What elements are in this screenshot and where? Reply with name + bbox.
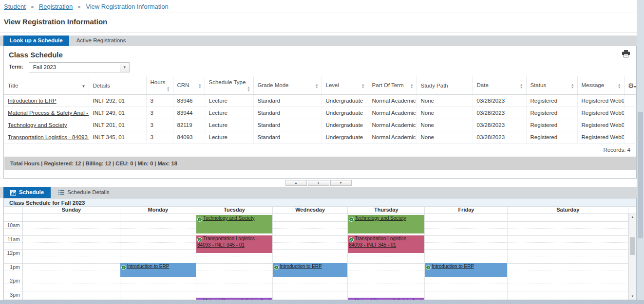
column-header-hours[interactable]: Hours▲▼ [146, 76, 173, 95]
calendar-event[interactable]: ✓Material Process & Safety Anal - 83944 … [196, 298, 272, 300]
cell-title: Transportation Logistics - 84093 - INLT … [4, 131, 89, 143]
time-gutter: 10am11am12pm1pm2pm3pm [4, 214, 23, 300]
calendar-day-header: SundayMondayTuesdayWednesdayThursdayFrid… [4, 207, 636, 214]
tab-schedule[interactable]: Schedule [3, 187, 51, 198]
calendar-vertical-scrollbar[interactable]: ▲▼ [628, 214, 636, 300]
column-header-message[interactable]: Message▲▼ [577, 76, 624, 95]
chevron-down-icon[interactable]: ▼ [120, 63, 129, 72]
scroll-up-icon[interactable]: ▲ [629, 214, 636, 220]
tab-look-up-a-schedule[interactable]: Look up a Schedule [3, 36, 69, 46]
calendar-event-link[interactable]: Transportation Logistics - 84093 - INLT … [349, 236, 409, 248]
column-header-level[interactable]: Level▲▼ [322, 76, 368, 95]
breadcrumb-registration[interactable]: Registration [39, 3, 73, 10]
sort-both-icon[interactable]: ▲▼ [167, 86, 170, 91]
sort-both-icon[interactable]: ▲▼ [361, 83, 364, 89]
calendar-event-link[interactable]: Transportation Logistics - 84093 - INLT … [197, 236, 258, 248]
main-content: StudentRegistrationView Registration Inf… [0, 0, 637, 300]
breadcrumb-student[interactable]: Student [4, 3, 26, 10]
sort-both-icon[interactable]: ▲▼ [198, 83, 201, 89]
cell-schedule_type: Lecture [205, 107, 253, 119]
class-schedule-panel: Class Schedule Term: Fall 2023 ▼ Title▼D… [3, 46, 637, 179]
cell-grade_mode: Standard [253, 119, 322, 131]
registered-check-icon: ✓ [349, 217, 354, 222]
sort-both-icon[interactable]: ▲▼ [618, 83, 621, 89]
cell-hours: 3 [146, 107, 173, 119]
column-header-status[interactable]: Status▲▼ [526, 76, 577, 95]
calendar-event[interactable]: ✓Transportation Logistics - 84093 - INLT… [348, 235, 424, 253]
term-label: Term: [9, 64, 23, 70]
table-header-row: Title▼DetailsHours▲▼CRN▲▼Schedule Type▲▼… [4, 76, 640, 95]
sort-both-icon[interactable]: ▲▼ [571, 83, 574, 89]
calendar-event-link[interactable]: Material Process & Safety Anal - 83944 -… [349, 298, 421, 300]
cell-details: INLT 345, 01 [89, 131, 146, 143]
registered-check-icon: ✓ [197, 237, 202, 242]
page-vertical-scrollbar[interactable] [637, 0, 644, 300]
course-title-link[interactable]: Introduction to ERP [8, 98, 57, 104]
calendar-event[interactable]: ✓Introduction to ERP [273, 263, 347, 277]
collapse-up-icon[interactable]: ▲ [285, 180, 307, 186]
cell-schedule_type: Lecture [205, 131, 253, 143]
cell-crn: 84093 [173, 131, 205, 143]
calendar-event[interactable]: ✓Technology and Society [196, 215, 272, 233]
page-title: View Registration Information [0, 13, 637, 33]
cell-status: Registered [526, 131, 577, 143]
column-header-title[interactable]: Title▼ [4, 76, 89, 95]
page-horizontal-scrollbar[interactable] [0, 300, 644, 304]
cell-schedule_type: Lecture [205, 95, 253, 107]
day-header-thursday: Thursday [348, 207, 425, 214]
cell-part_of_term: Normal Academic T... [368, 119, 417, 131]
collapse-down-icon[interactable]: ▼ [330, 180, 352, 186]
calendar-event[interactable]: ✓Technology and Society [348, 215, 424, 233]
calendar-event-link[interactable]: Introduction to ERP [432, 264, 474, 269]
page-vertical-scrollbar-thumb[interactable] [638, 112, 643, 238]
tab-schedule-details[interactable]: Schedule Details [51, 187, 117, 198]
day-column-tuesday: ✓Technology and Society✓Transportation L… [196, 214, 273, 300]
sort-both-icon[interactable]: ▲▼ [315, 83, 318, 89]
column-header-part_of_term[interactable]: Part Of Term▲▼ [368, 76, 417, 95]
calendar-scrollbar-thumb[interactable] [630, 237, 635, 255]
calendar-event[interactable]: ✓Material Process & Safety Anal - 83944 … [348, 298, 424, 300]
term-select[interactable]: Fall 2023 ▼ [29, 62, 130, 72]
course-title-link[interactable]: Material Process & Safety Anal - 83944 -… [8, 110, 89, 116]
sort-both-icon[interactable]: ▲▼ [410, 83, 413, 89]
cell-level: Undergraduate [322, 95, 368, 107]
print-button[interactable] [622, 50, 630, 59]
calendar-event[interactable]: ✓Introduction to ERP [425, 263, 507, 277]
calendar-event-link[interactable]: Material Process & Safety Anal - 83944 -… [197, 298, 270, 300]
column-header-study_path: Study Path [417, 76, 473, 95]
panel-splitter[interactable]: ▲ ● ▼ [0, 179, 637, 187]
cell-title: Material Process & Safety Anal - 83944 -… [4, 107, 89, 119]
sort-both-icon[interactable]: ▲▼ [247, 86, 250, 91]
cell-part_of_term: Normal Academic T... [368, 107, 417, 119]
cell-grade_mode: Standard [253, 95, 322, 107]
drag-dot-icon[interactable]: ● [308, 180, 329, 186]
registered-check-icon: ✓ [274, 265, 279, 270]
calendar-event[interactable]: ✓Introduction to ERP [120, 263, 196, 277]
sort-desc-icon[interactable]: ▼ [82, 84, 86, 89]
calendar-event[interactable]: ✓Transportation Logistics - 84093 - INLT… [196, 235, 272, 253]
cell-grade_mode: Standard [253, 131, 322, 143]
calendar-event-link[interactable]: Introduction to ERP [280, 264, 322, 269]
sort-both-icon[interactable]: ▲▼ [520, 83, 523, 89]
calendar-event-link[interactable]: Introduction to ERP [127, 264, 170, 269]
scroll-down-icon[interactable]: ▼ [629, 293, 636, 300]
column-header-grade_mode[interactable]: Grade Mode▲▼ [253, 76, 322, 95]
registered-check-icon: ✓ [349, 237, 354, 242]
tab-active-registrations[interactable]: Active Registrations [69, 36, 133, 46]
calendar-event-link[interactable]: Technology and Society [355, 215, 406, 221]
cell-message: Registered Web03/... [577, 119, 624, 131]
course-title-link[interactable]: Technology and Society [8, 122, 67, 128]
cell-study_path: None [417, 107, 473, 119]
column-header-schedule_type[interactable]: Schedule Type▲▼ [205, 76, 253, 95]
day-header-wednesday: Wednesday [273, 207, 348, 214]
schedule-tabbar: Schedule Schedule Details [0, 187, 637, 198]
registered-check-icon: ✓ [121, 265, 126, 270]
column-header-date[interactable]: Date▲▼ [473, 76, 526, 95]
cell-date: 03/28/2023 [473, 131, 526, 143]
day-column-monday: ✓Introduction to ERP [120, 214, 196, 300]
calendar-event-link[interactable]: Technology and Society [203, 215, 255, 221]
course-title-link[interactable]: Transportation Logistics - 84093 - INLT … [8, 134, 89, 140]
cell-message: Registered Web03/... [577, 131, 624, 143]
column-header-crn[interactable]: CRN▲▼ [173, 76, 205, 95]
cell-date: 03/28/2023 [473, 119, 526, 131]
